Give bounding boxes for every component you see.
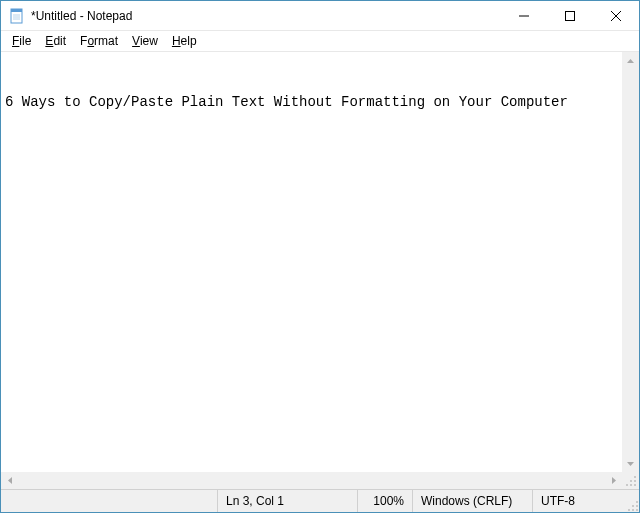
menu-help[interactable]: Help: [165, 32, 204, 50]
svg-marker-12: [612, 477, 616, 484]
minimize-button[interactable]: [501, 1, 547, 30]
text-editor[interactable]: [1, 52, 622, 472]
window-controls: [501, 1, 639, 30]
svg-point-15: [630, 480, 632, 482]
svg-rect-6: [566, 11, 575, 20]
size-grip-icon[interactable]: [622, 472, 639, 489]
horizontal-scrollbar[interactable]: [1, 472, 622, 489]
menu-edit[interactable]: Edit: [38, 32, 73, 50]
menu-format[interactable]: Format: [73, 32, 125, 50]
svg-marker-11: [8, 477, 12, 484]
maximize-button[interactable]: [547, 1, 593, 30]
window-title: *Untitled - Notepad: [31, 9, 501, 23]
scroll-up-icon[interactable]: [622, 52, 639, 69]
svg-point-23: [632, 509, 634, 511]
scroll-left-icon[interactable]: [1, 472, 18, 489]
scroll-right-icon[interactable]: [605, 472, 622, 489]
status-size-grip-icon[interactable]: [622, 490, 639, 512]
svg-point-21: [632, 505, 634, 507]
vertical-scrollbar[interactable]: [622, 52, 639, 472]
notepad-app-icon: [9, 8, 25, 24]
menu-file[interactable]: File: [5, 32, 38, 50]
svg-point-22: [636, 509, 638, 511]
horizontal-scroll-row: [1, 472, 639, 489]
titlebar[interactable]: *Untitled - Notepad: [1, 1, 639, 31]
svg-point-14: [634, 480, 636, 482]
status-encoding: UTF-8: [532, 490, 622, 512]
menu-view[interactable]: View: [125, 32, 165, 50]
vertical-scroll-track[interactable]: [622, 69, 639, 455]
svg-marker-10: [627, 462, 634, 466]
statusbar: Ln 3, Col 1 100% Windows (CRLF) UTF-8: [1, 489, 639, 512]
svg-point-18: [626, 484, 628, 486]
svg-rect-1: [11, 9, 22, 12]
notepad-window: *Untitled - Notepad File Edit Format Vie…: [0, 0, 640, 513]
svg-point-19: [636, 501, 638, 503]
svg-point-20: [636, 505, 638, 507]
status-zoom: 100%: [357, 490, 412, 512]
svg-point-16: [634, 484, 636, 486]
menubar: File Edit Format View Help: [1, 31, 639, 52]
svg-point-24: [628, 509, 630, 511]
svg-point-17: [630, 484, 632, 486]
scroll-down-icon[interactable]: [622, 455, 639, 472]
status-spacer: [1, 490, 217, 512]
close-button[interactable]: [593, 1, 639, 30]
status-line-col: Ln 3, Col 1: [217, 490, 357, 512]
svg-marker-9: [627, 59, 634, 63]
svg-point-13: [634, 476, 636, 478]
status-line-ending: Windows (CRLF): [412, 490, 532, 512]
editor-area: [1, 52, 639, 472]
